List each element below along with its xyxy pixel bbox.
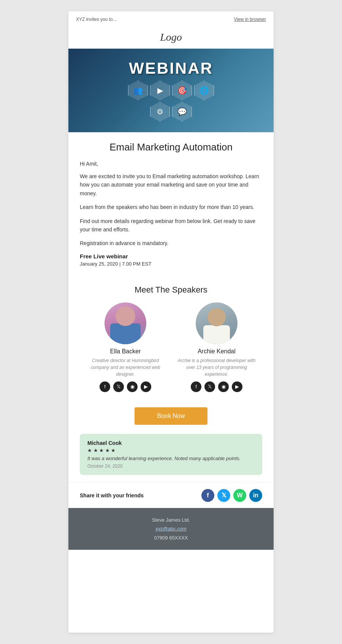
speaker2-name: Archie Kendal [175,348,258,355]
body-para4: Registration in advance is mandatory. [80,239,262,247]
hex-chat-icon: 💬 [172,102,192,122]
footer-phone: 07909 65XXXX [76,533,266,542]
review-card: Michael Cook ★ ★ ★ ★ ★ It was a wonderfu… [80,434,262,475]
ella-youtube-icon[interactable]: ▶ [141,381,151,392]
speaker-archie: Archie Kendal Archie is a professional d… [175,302,258,392]
hex-target-icon: 🎯 [172,81,192,100]
speaker2-social: f 𝕏 ◉ ▶ [175,381,258,392]
body-para3: Find out more details regarding webinar … [80,217,262,234]
speaker-ella: Ella Backer Creative director at Humming… [84,302,167,392]
book-section: Book Now [68,400,274,434]
footer-email[interactable]: xyz@abc.com [155,526,187,532]
archie-facebook-icon[interactable]: f [191,381,201,392]
share-linkedin-icon[interactable]: in [249,489,262,502]
logo-text: Logo [160,31,182,43]
footer: Steve James Ltd. xyz@abc.com 07909 65XXX… [68,508,274,550]
archie-twitter-icon[interactable]: 𝕏 [204,381,215,392]
share-icons: f 𝕏 W in [201,489,262,502]
speakers-section: Meet The Speakers Ella Backer Creative d… [68,285,274,400]
speaker1-social: f 𝕏 ◉ ▶ [84,381,167,392]
reviewer-name: Michael Cook [87,440,255,446]
review-text: It was a wonderful learning experience. … [87,456,255,461]
share-whatsapp-icon[interactable]: W [233,489,246,502]
book-now-button[interactable]: Book Now [135,407,208,425]
archie-instagram-icon[interactable]: ◉ [218,381,229,392]
share-facebook-icon[interactable]: f [201,489,214,502]
webinar-title: WEBINAR [129,59,213,78]
view-in-browser-link[interactable]: View in browser [234,17,266,22]
footer-company: Steve James Ltd. [76,516,266,524]
ella-twitter-icon[interactable]: 𝕏 [113,381,124,392]
review-stars: ★ ★ ★ ★ ★ [87,448,255,453]
ella-instagram-icon[interactable]: ◉ [127,381,138,392]
body-para2: Learn from the speakers who has been in … [80,203,262,211]
email-heading: Email Marketing Automation [80,141,262,153]
logo-section: Logo [68,27,274,49]
body-para1: We are excited to invite you to Email ma… [80,172,262,198]
share-section: Share it with your friends f 𝕏 W in [68,483,274,508]
greeting-text: Hi Amit, [80,161,262,167]
hex-gear-icon: ⚙ [150,102,170,122]
hex-people-icon: 👥 [128,81,148,100]
avatar-ella [104,302,146,344]
review-section: Michael Cook ★ ★ ★ ★ ★ It was a wonderfu… [68,434,274,483]
webinar-date: January 25, 2020 | 7.00 PM EST [80,261,262,267]
speaker2-bio: Archie is a professional developer with … [175,357,258,378]
review-date: October 24, 2020 [87,464,255,469]
hex-globe-icon: 🌐 [194,81,214,100]
email-content: Email Marketing Automation Hi Amit, We a… [68,132,274,285]
hex-icons-row2: ⚙ 💬 [150,102,192,122]
ella-facebook-icon[interactable]: f [100,381,110,392]
email-container: XYZ invites you to... View in browser Lo… [68,11,274,633]
speaker1-name: Ella Backer [84,348,167,355]
preheader-text: XYZ invites you to... [76,17,117,22]
top-bar: XYZ invites you to... View in browser [68,11,274,27]
speaker1-bio: Creative director at Hummingbird company… [84,357,167,378]
speakers-row: Ella Backer Creative director at Humming… [80,302,262,392]
archie-youtube-icon[interactable]: ▶ [232,381,242,392]
hero-overlay: WEBINAR 👥 ▶ 🎯 🌐 ⚙ 💬 [68,49,274,132]
speakers-heading: Meet The Speakers [80,285,262,295]
hero-image: WEBINAR 👥 ▶ 🎯 🌐 ⚙ 💬 [68,49,274,132]
hex-icons-row1: 👥 ▶ 🎯 🌐 [128,81,214,100]
share-label: Share it with your friends [80,492,144,498]
share-twitter-icon[interactable]: 𝕏 [217,489,230,502]
avatar-archie [196,302,238,344]
webinar-type: Free Live webinar [80,253,262,259]
hex-play-icon: ▶ [150,81,170,100]
